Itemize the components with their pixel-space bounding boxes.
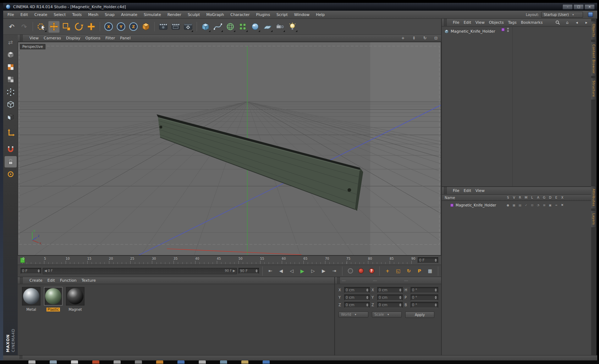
viewport-menu-cameras[interactable]: Cameras	[44, 36, 61, 40]
taskbar-icon[interactable]	[135, 360, 142, 364]
stepper-icon[interactable]	[255, 269, 258, 272]
col-deformers[interactable]: D	[547, 196, 553, 199]
material-menu-texture[interactable]: Texture	[82, 278, 96, 283]
deformers-toggle-icon[interactable]: ▣	[547, 204, 553, 207]
title-bar[interactable]: CINEMA 4D R14.014 Studio - [Magnetic_Kni…	[3, 3, 597, 11]
record-objects-button[interactable]	[346, 267, 355, 275]
menu-script[interactable]: Script	[276, 12, 288, 17]
menu-create[interactable]: Create	[34, 12, 48, 17]
size-x-field[interactable]: 0 cm	[377, 287, 403, 293]
taskbar-icon[interactable]	[156, 360, 163, 364]
viewport-menu-panel[interactable]: Panel	[120, 36, 131, 40]
key-parameter-toggle[interactable]: P	[415, 267, 424, 275]
material-thumbnail[interactable]	[22, 287, 40, 305]
om-menu-objects[interactable]: Objects	[489, 20, 504, 25]
key-pla-toggle[interactable]: ▦	[425, 267, 435, 275]
col-animation[interactable]: A	[535, 196, 541, 199]
frame-range-slider[interactable]: ◀ 0 F 90 F ▶	[43, 268, 237, 274]
taskbar-icon[interactable]	[177, 360, 185, 364]
layer-name[interactable]: Magnetic_Knife_Holder	[456, 203, 496, 207]
add-environment-button[interactable]	[249, 21, 261, 33]
taskbar-icon[interactable]	[50, 360, 57, 364]
live-selection-button[interactable]	[36, 21, 47, 33]
nav-back-icon[interactable]: ◂	[574, 20, 579, 25]
stepper-icon[interactable]	[435, 296, 437, 299]
menu-plugins[interactable]: Plugins	[256, 12, 270, 17]
object-name[interactable]: Magnetic_Knife_Holder	[451, 29, 495, 34]
material-menu-edit[interactable]: Edit	[48, 278, 55, 283]
stepper-icon[interactable]	[435, 303, 437, 307]
menu-simulate[interactable]: Simulate	[144, 12, 161, 17]
close-button[interactable]: ×	[584, 4, 595, 10]
key-position-toggle[interactable]: +	[383, 267, 392, 275]
stepper-icon[interactable]	[366, 296, 368, 299]
render-view-button[interactable]	[158, 21, 169, 33]
menu-sculpt[interactable]: Sculpt	[188, 12, 200, 17]
viewport-camera-label[interactable]: Perspective	[20, 44, 45, 49]
help-button[interactable]: ?	[367, 267, 376, 275]
layer-list[interactable]: Magnetic_Knife_Holder ● ▦ ▤ ✓ ⊡ ◔ ⊞ ▣ ≡ …	[442, 201, 591, 355]
home-icon[interactable]: ⌂	[565, 20, 570, 25]
animation-toggle-icon[interactable]: ◔	[535, 204, 541, 207]
edges-mode-button[interactable]	[5, 99, 17, 110]
apply-button[interactable]: Apply	[405, 311, 434, 318]
goto-end-button[interactable]: ⇥	[330, 267, 339, 275]
material-metal[interactable]: Metal	[21, 287, 41, 312]
col-view[interactable]: V	[511, 196, 517, 199]
menu-select[interactable]: Select	[54, 12, 66, 17]
quantize-toggle-button[interactable]	[5, 169, 17, 180]
material-magnet[interactable]: Magnet	[65, 287, 85, 312]
viewport[interactable]: Perspective	[18, 42, 441, 255]
menu-render[interactable]: Render	[167, 12, 181, 17]
tab-layers[interactable]: Layers	[591, 210, 596, 228]
view-toggle-icon[interactable]: ▦	[511, 204, 517, 207]
viewport-zoom-icon[interactable]: ⇕	[411, 36, 417, 40]
om-menu-tags[interactable]: Tags	[508, 20, 516, 25]
play-button[interactable]: ▶	[298, 267, 307, 275]
world-dropdown[interactable]: World▾	[339, 311, 368, 318]
range-start[interactable]: ◀ 0 F	[44, 269, 53, 272]
lm-menu-edit[interactable]: Edit	[463, 188, 471, 193]
col-xref[interactable]: X	[559, 196, 565, 199]
maximize-button[interactable]: □	[573, 4, 584, 10]
rot-p-field[interactable]: 0 °	[411, 294, 438, 300]
viewport-menu-options[interactable]: Options	[86, 36, 100, 40]
viewport-toggle-icon[interactable]: ⊡	[433, 36, 439, 40]
undo-button[interactable]: ↶	[6, 21, 17, 33]
stepper-icon[interactable]	[38, 269, 40, 272]
workplane-mode-button[interactable]	[5, 74, 17, 85]
previous-frame-button[interactable]: ◁	[287, 267, 296, 275]
model-mode-button[interactable]	[5, 49, 17, 60]
add-light-button[interactable]	[287, 21, 298, 33]
minimize-button[interactable]: –	[562, 4, 573, 10]
tab-content-browser[interactable]: Content Browser	[591, 42, 596, 77]
menu-window[interactable]: Window	[294, 12, 309, 17]
material-label[interactable]: Metal	[25, 308, 37, 311]
taskbar-icon[interactable]	[71, 360, 78, 364]
add-camera-button[interactable]	[274, 21, 286, 33]
stepper-icon[interactable]	[435, 288, 437, 292]
lock-z-axis-button[interactable]: Z	[128, 21, 139, 33]
texture-mode-button[interactable]	[5, 61, 17, 73]
add-subdivision-surface-button[interactable]	[225, 21, 236, 33]
layer-color-swatch[interactable]	[450, 204, 454, 207]
coordinates-header-rotation[interactable]: ---	[404, 278, 435, 282]
stepper-icon[interactable]	[399, 303, 401, 307]
viewport-pan-icon[interactable]: +	[400, 36, 406, 40]
tab-attributes[interactable]: Attributes	[591, 186, 596, 209]
viewport-menu-view[interactable]: View	[29, 36, 39, 40]
taskbar-icon[interactable]	[114, 360, 121, 364]
snap-toggle-button[interactable]	[5, 144, 17, 155]
taskbar[interactable]	[0, 360, 599, 364]
move-tool-button[interactable]	[48, 21, 60, 33]
col-expressions[interactable]: E	[553, 196, 559, 199]
menu-snap[interactable]: Snap	[105, 12, 115, 17]
panel-grip[interactable]	[20, 35, 23, 42]
panel-grip[interactable]	[444, 19, 447, 26]
expressions-toggle-icon[interactable]: ≡	[553, 204, 559, 207]
tab-structure[interactable]: Structure	[591, 78, 596, 100]
col-solo[interactable]: S	[505, 196, 511, 199]
menu-tools[interactable]: Tools	[72, 12, 82, 17]
range-end[interactable]: 90 F ▶	[225, 269, 235, 272]
stepper-icon[interactable]	[435, 259, 437, 262]
